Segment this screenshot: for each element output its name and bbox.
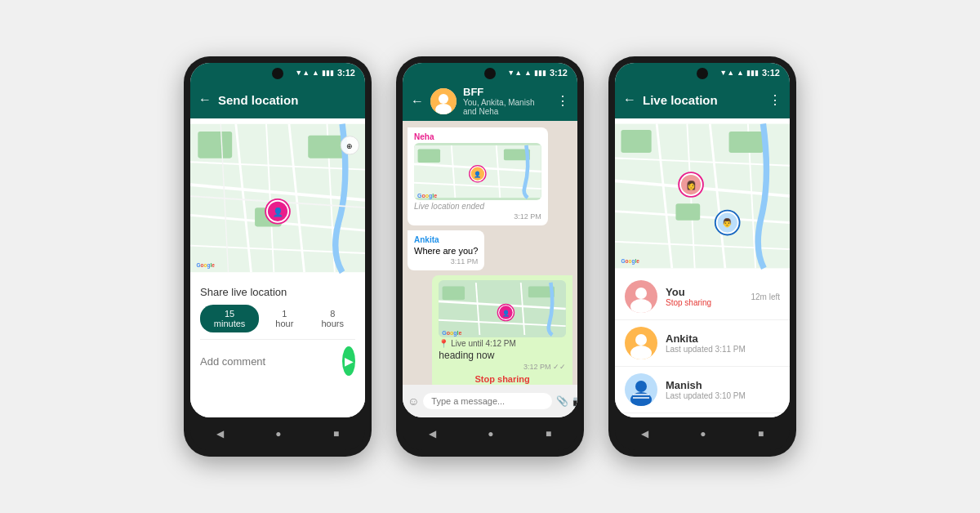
svg-rect-52 xyxy=(621,130,651,153)
signal-icon-3: ▼▲ xyxy=(719,69,734,77)
svg-rect-10 xyxy=(308,136,346,158)
sender-ankita: Ankita xyxy=(414,235,478,244)
ankita-message: Where are you? xyxy=(414,246,478,256)
svg-point-63 xyxy=(635,288,647,299)
chat-bubble-neha: Neha xyxy=(408,127,548,225)
phone-2-screen: ▼▲ ▲ ▮▮▮ 3:12 ← BFF xyxy=(403,63,577,417)
svg-text:👤: 👤 xyxy=(474,171,482,178)
sent-message-text: heading now xyxy=(439,350,566,361)
location-item-you: You Stop sharing 12m left xyxy=(615,274,790,320)
svg-text:👤: 👤 xyxy=(273,207,283,217)
menu-dots-2[interactable]: ⋮ xyxy=(556,93,569,109)
location-name-you: You xyxy=(666,286,742,298)
chat-area: Neha xyxy=(403,121,577,385)
wifi-icon: ▲ xyxy=(312,69,319,77)
wifi-icon-2: ▲ xyxy=(524,69,532,77)
back-button-1[interactable]: ← xyxy=(198,92,212,107)
bottom-panel-1: Share live location 15 minutes 1 hour 8 … xyxy=(190,278,365,417)
bubble-time-1: 3:12 PM xyxy=(414,212,541,221)
nav-recent-1[interactable]: ■ xyxy=(333,428,339,439)
location-info-manish: Manish Last updated 3:10 PM xyxy=(666,379,780,400)
nav-back-3[interactable]: ◀ xyxy=(641,428,648,439)
battery-icon-3: ▮▮▮ xyxy=(746,69,759,77)
location-status-ankita: Last updated 3:11 PM xyxy=(666,345,780,354)
location-name-ankita: Ankita xyxy=(666,332,780,345)
phone-1-screen: ▼▲ ▲ ▮▮▮ 3:12 ← Send location xyxy=(190,63,365,417)
toolbar-3: ← Live location ⋮ xyxy=(615,81,790,118)
phone-notch-2 xyxy=(484,68,496,79)
location-item-manish: Manish Last updated 3:10 PM xyxy=(615,367,790,413)
chat-subtitle: You, Ankita, Manish and Neha xyxy=(463,98,550,116)
screen-title-1: Send location xyxy=(218,93,357,107)
time-left-you: 12m left xyxy=(751,292,780,301)
svg-text:Google: Google xyxy=(196,262,215,269)
camera-button[interactable]: 📷 xyxy=(572,395,577,407)
svg-point-21 xyxy=(439,94,448,104)
time-display-3: 3:12 xyxy=(762,68,780,78)
location-ended: Live location ended xyxy=(414,202,541,211)
toolbar-2: ← BFF You, Ankita, Manish and Neha ⋮ xyxy=(403,81,577,121)
svg-point-69 xyxy=(635,381,647,392)
nav-back-2[interactable]: ◀ xyxy=(429,428,436,439)
wifi-icon-3: ▲ xyxy=(737,69,744,77)
chat-input-bar: ☺ 📎 📷 🎤 xyxy=(403,385,577,417)
phone-1: ▼▲ ▲ ▮▮▮ 3:12 ← Send location xyxy=(184,56,372,457)
phones-container: ▼▲ ▲ ▮▮▮ 3:12 ← Send location xyxy=(167,40,813,473)
location-list: You Stop sharing 12m left xyxy=(615,274,790,417)
battery-icon-2: ▮▮▮ xyxy=(534,69,546,77)
phone-notch xyxy=(272,68,283,79)
nav-bar-2: ◀ ● ■ xyxy=(403,417,577,450)
neha-map: 👤 Google xyxy=(414,143,541,200)
share-live-label: Share live location xyxy=(200,286,355,298)
svg-rect-53 xyxy=(729,132,764,153)
nav-home-1[interactable]: ● xyxy=(275,428,281,439)
svg-rect-28 xyxy=(418,149,440,163)
1hour-button[interactable]: 1 hour xyxy=(264,305,305,332)
send-button[interactable]: ▶ xyxy=(342,346,355,376)
send-icon: ▶ xyxy=(345,355,354,368)
map-svg-3: 👩 👨 Google xyxy=(615,118,790,274)
stop-sharing-button[interactable]: Stop sharing xyxy=(439,371,566,385)
svg-point-66 xyxy=(635,334,647,346)
attach-button[interactable]: 📎 xyxy=(556,395,568,407)
nav-home-3[interactable]: ● xyxy=(700,428,706,439)
google-logo-mini-1: Google xyxy=(417,193,437,199)
avatar-you xyxy=(625,280,657,313)
location-name-manish: Manish xyxy=(666,379,780,391)
svg-rect-38 xyxy=(443,287,465,300)
status-icons-1: ▼▲ ▲ ▮▮▮ xyxy=(295,69,334,77)
live-dot: 📍 xyxy=(439,339,448,348)
bubble-time-2: 3:11 PM xyxy=(414,257,478,265)
svg-text:👨: 👨 xyxy=(722,217,733,228)
back-button-3[interactable]: ← xyxy=(623,92,636,107)
map-area-3: 👩 👨 Google xyxy=(615,118,790,274)
screen-title-3: Live location xyxy=(643,93,762,107)
emoji-button[interactable]: ☺ xyxy=(408,395,419,408)
nav-home-2[interactable]: ● xyxy=(488,428,493,439)
toolbar-title-group-2: BFF You, Ankita, Manish and Neha xyxy=(463,86,550,116)
message-input[interactable] xyxy=(423,393,552,409)
nav-recent-2[interactable]: ■ xyxy=(546,428,551,439)
nav-recent-3[interactable]: ■ xyxy=(758,428,764,439)
bubble-time-3: 3:12 PM ✓✓ xyxy=(439,363,566,371)
nav-bar-3: ◀ ● ■ xyxy=(615,417,790,450)
svg-rect-54 xyxy=(675,203,700,220)
time-options: 15 minutes 1 hour 8 hours xyxy=(200,305,355,332)
svg-text:Google: Google xyxy=(621,258,639,265)
stop-sharing-you[interactable]: Stop sharing xyxy=(666,298,742,307)
8hours-button[interactable]: 8 hours xyxy=(310,305,355,332)
location-info-ankita: Ankita Last updated 3:11 PM xyxy=(666,332,780,354)
svg-text:👩: 👩 xyxy=(686,180,697,190)
15min-button[interactable]: 15 minutes xyxy=(200,305,259,332)
back-button-2[interactable]: ← xyxy=(411,94,424,109)
menu-dots-3[interactable]: ⋮ xyxy=(768,92,782,108)
location-info-you: You Stop sharing xyxy=(666,286,742,307)
status-icons-2: ▼▲ ▲ ▮▮▮ xyxy=(507,69,546,77)
signal-icon: ▼▲ xyxy=(295,69,310,77)
signal-icon-2: ▼▲ xyxy=(507,69,522,77)
map-area-1: 👤 ⊕ Google xyxy=(190,118,365,278)
location-status-manish: Last updated 3:10 PM xyxy=(666,391,780,400)
avatar-manish xyxy=(625,373,657,406)
comment-input[interactable] xyxy=(200,355,337,368)
nav-back-1[interactable]: ◀ xyxy=(216,428,224,439)
